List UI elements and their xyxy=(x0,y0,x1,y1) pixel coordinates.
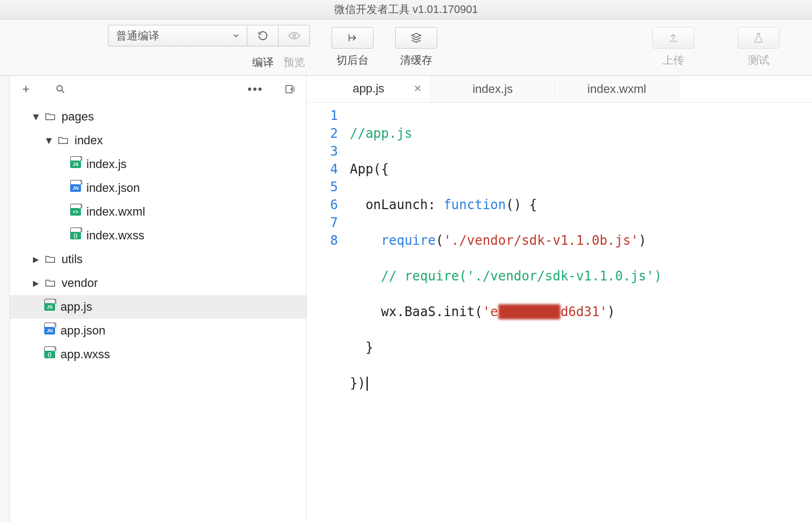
eye-icon xyxy=(288,29,301,42)
file-app-json[interactable]: JN app.json xyxy=(10,319,306,343)
folder-icon xyxy=(44,277,56,289)
tab-index-wxml[interactable]: index.wxml xyxy=(555,76,679,102)
text-cursor xyxy=(367,377,368,391)
upload-group: 上传 xyxy=(652,27,694,68)
file-index-wxml[interactable]: <> index.wxml xyxy=(10,200,306,224)
file-tree: ▾ pages ▾ index JS index.js JN index.jso… xyxy=(10,103,306,522)
layers-icon xyxy=(410,32,422,44)
main: ••• ▾ pages ▾ index JS index.js JN xyxy=(0,76,812,522)
folder-index[interactable]: ▾ index xyxy=(10,129,306,152)
compile-group: 普通编译 编译 预览 xyxy=(108,25,310,70)
tab-app-js[interactable]: app.js ✕ xyxy=(307,76,431,102)
test-button[interactable] xyxy=(737,27,780,49)
tab-label: index.wxml xyxy=(587,82,646,96)
json-file-icon: JN xyxy=(44,327,55,334)
tab-label: index.js xyxy=(472,82,513,96)
line-gutter: 12345678 xyxy=(307,103,346,522)
clearcache-button[interactable] xyxy=(395,27,437,49)
chevron-right-icon: ▸ xyxy=(30,252,41,266)
clearcache-group: 清缓存 xyxy=(395,27,437,68)
js-file-icon: JS xyxy=(44,303,55,311)
file-index-wxss[interactable]: {} index.wxss xyxy=(10,224,306,247)
compile-label: 编译 xyxy=(247,55,279,70)
js-file-icon: JS xyxy=(70,160,81,168)
file-app-js[interactable]: JS app.js xyxy=(10,295,306,319)
more-icon[interactable]: ••• xyxy=(249,83,262,96)
editor-area: app.js ✕ index.js index.wxml 12345678 //… xyxy=(307,76,812,522)
new-file-icon[interactable] xyxy=(19,83,32,96)
tab-index-js[interactable]: index.js xyxy=(431,76,555,102)
test-label: 测试 xyxy=(748,53,769,68)
json-file-icon: JN xyxy=(70,184,81,192)
upload-label: 上传 xyxy=(662,53,684,68)
preview-button[interactable] xyxy=(279,25,310,46)
wxss-file-icon: {} xyxy=(44,351,55,358)
svg-point-0 xyxy=(293,35,295,37)
file-index-json[interactable]: JN index.json xyxy=(10,176,306,200)
file-explorer: ••• ▾ pages ▾ index JS index.js JN xyxy=(10,76,307,522)
folder-pages[interactable]: ▾ pages xyxy=(10,105,306,129)
chevron-down-icon: ▾ xyxy=(43,133,54,148)
flask-icon xyxy=(753,32,764,44)
chevron-down-icon xyxy=(233,32,239,39)
tab-label: app.js xyxy=(353,82,384,96)
compile-mode-select[interactable]: 普通编译 xyxy=(108,25,247,46)
folder-icon xyxy=(57,135,69,146)
compile-mode-label: 普通编译 xyxy=(116,29,159,43)
test-group: 测试 xyxy=(737,27,780,68)
folder-icon xyxy=(44,253,56,265)
chevron-down-icon: ▾ xyxy=(30,110,41,124)
collapse-panel-icon[interactable] xyxy=(283,83,296,96)
close-icon[interactable]: ✕ xyxy=(414,83,422,95)
upload-button[interactable] xyxy=(652,27,694,49)
file-index-js[interactable]: JS index.js xyxy=(10,152,306,176)
left-gutter xyxy=(0,76,10,522)
wxss-file-icon: {} xyxy=(70,232,81,239)
clearcache-label: 清缓存 xyxy=(400,53,432,68)
code-content[interactable]: //app.js App({ onLaunch: function() { re… xyxy=(346,103,662,522)
explorer-toolbar: ••• xyxy=(10,76,306,103)
window-titlebar: 微信开发者工具 v1.01.170901 xyxy=(0,0,812,19)
editor-tabs: app.js ✕ index.js index.wxml xyxy=(307,76,812,103)
search-icon[interactable] xyxy=(54,83,67,96)
svg-point-1 xyxy=(57,85,62,91)
upload-icon xyxy=(667,32,679,44)
code-editor[interactable]: 12345678 //app.js App({ onLaunch: functi… xyxy=(307,103,812,522)
preview-label: 预览 xyxy=(279,55,310,70)
wxml-file-icon: <> xyxy=(70,208,81,216)
folder-vendor[interactable]: ▸ vendor xyxy=(10,271,306,295)
background-button[interactable] xyxy=(331,27,374,49)
file-app-wxss[interactable]: {} app.wxss xyxy=(10,343,306,366)
window-title: 微信开发者工具 v1.01.170901 xyxy=(334,2,478,17)
background-label: 切后台 xyxy=(336,53,369,68)
exit-icon xyxy=(347,32,358,44)
background-group: 切后台 xyxy=(331,27,374,68)
toolbar: 普通编译 编译 预览 切后台 清缓存 xyxy=(0,19,812,76)
folder-icon xyxy=(44,111,56,123)
compile-button[interactable] xyxy=(247,25,279,46)
chevron-right-icon: ▸ xyxy=(30,276,41,290)
refresh-icon xyxy=(257,30,269,42)
folder-utils[interactable]: ▸ utils xyxy=(10,247,306,271)
